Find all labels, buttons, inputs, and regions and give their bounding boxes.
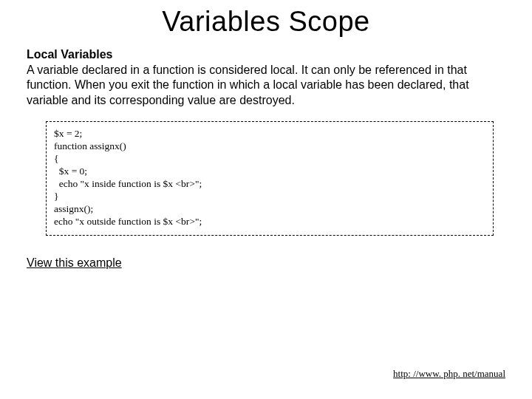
view-example-link[interactable]: View this example xyxy=(27,256,122,270)
page-title: Variables Scope xyxy=(27,6,505,38)
body-text: A variable declared in a function is con… xyxy=(27,63,505,108)
code-example: $x = 2; function assignx() { $x = 0; ech… xyxy=(46,121,494,236)
manual-link[interactable]: http: //www. php. net/manual xyxy=(393,368,505,380)
slide: Variables Scope Local Variables A variab… xyxy=(0,0,532,399)
section-subhead: Local Variables xyxy=(27,48,505,61)
